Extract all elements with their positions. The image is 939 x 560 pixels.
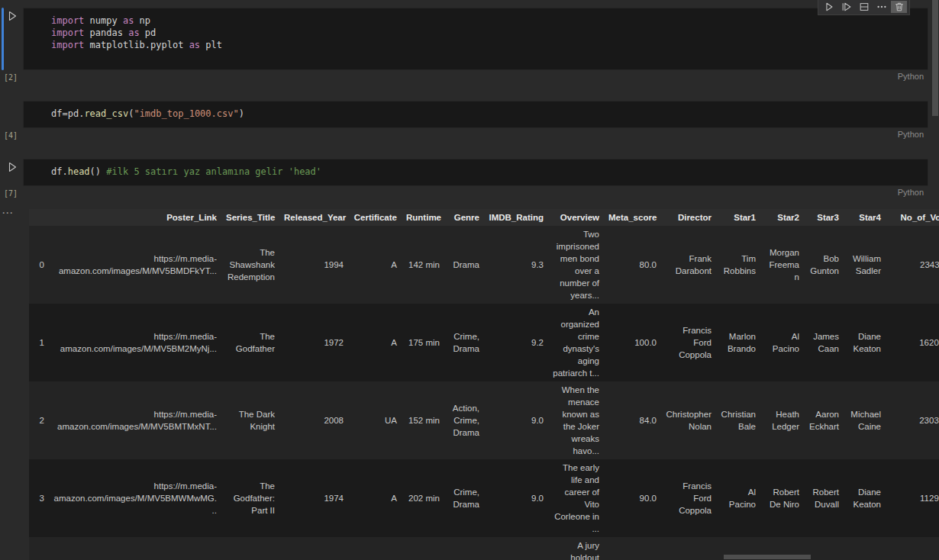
column-header: Certificate: [348, 209, 402, 226]
table-cell: 2008: [279, 381, 348, 459]
column-header: Series_Title: [221, 209, 279, 226]
table-cell: Al Pacino: [760, 304, 804, 381]
notebook-cell: [7]df.head() #ilk 5 satırı yaz anlamına …: [0, 159, 928, 198]
table-cell: Crime, Drama: [444, 304, 484, 381]
cell-status-bar: Python: [23, 70, 928, 82]
horizontal-scrollbar-thumb[interactable]: [724, 555, 811, 559]
table-cell: 2: [29, 381, 49, 459]
column-header: Genre: [444, 209, 484, 226]
table-cell: Christian Bale: [716, 381, 760, 459]
table-cell: William Sadler: [844, 226, 886, 304]
cell-gutter: [7]: [0, 159, 23, 198]
table-cell: Diane Keaton: [844, 304, 886, 381]
column-header: IMDB_Rating: [484, 209, 548, 226]
run-below-icon[interactable]: [838, 1, 854, 13]
cell-status-bar: Python: [23, 186, 928, 198]
code-line: import numpy as np: [51, 14, 921, 27]
table-cell: Al Pacino: [716, 459, 760, 537]
dataframe-table: Poster_LinkSeries_TitleReleased_YearCert…: [29, 209, 939, 560]
cell-gutter: [2]: [0, 8, 23, 82]
table-cell: A: [348, 226, 402, 304]
column-header: Runtime: [402, 209, 444, 226]
table-cell: 9.2: [484, 304, 548, 381]
language-picker[interactable]: Python: [898, 130, 924, 139]
code-line: df.head() #ilk 5 satırı yaz anlamına gel…: [51, 166, 921, 178]
code-line: df=pd.read_csv("imdb_top_1000.csv"): [51, 108, 921, 120]
table-cell: UA: [348, 381, 402, 459]
vertical-scrollbar-thumb[interactable]: [932, 0, 938, 116]
table-cell: The Godfather: Part II: [221, 459, 279, 537]
table-cell: Crime, Drama: [444, 459, 484, 537]
table-cell: The Shawshank Redemption: [221, 226, 279, 304]
horizontal-scrollbar[interactable]: [0, 554, 939, 560]
table-cell: Bob Gunton: [804, 226, 844, 304]
table-cell: Aaron Eckhart: [804, 381, 844, 459]
table-cell: 1974: [279, 459, 348, 537]
code-editor[interactable]: import numpy as npimport pandas as pdimp…: [23, 8, 928, 70]
table-cell: 1: [29, 304, 49, 381]
cell-status-bar: Python: [23, 128, 928, 140]
execution-count: [7]: [4, 189, 18, 198]
column-header: Director: [661, 209, 716, 226]
table-cell: 100.0: [604, 304, 661, 381]
table-cell: Morgan Freeman: [760, 226, 804, 304]
split-cell-icon[interactable]: [856, 1, 872, 13]
code-editor[interactable]: df=pd.read_csv("imdb_top_1000.csv"): [23, 101, 928, 128]
table-cell: 1994: [279, 226, 348, 304]
table-cell: Christopher Nolan: [661, 381, 716, 459]
table-cell: 9.0: [484, 381, 548, 459]
table-cell: 3: [29, 459, 49, 537]
table-cell: Francis Ford Coppola: [661, 459, 716, 537]
table-cell: Frank Darabont: [661, 226, 716, 304]
table-cell: 1972: [279, 304, 348, 381]
code-editor[interactable]: df.head() #ilk 5 satırı yaz anlamına gel…: [23, 159, 928, 186]
run-cell-button[interactable]: [5, 10, 19, 24]
table-cell: 9.0: [484, 459, 548, 537]
vertical-scrollbar[interactable]: [931, 0, 939, 560]
delete-cell-icon[interactable]: [891, 1, 907, 13]
code-line: import matplotlib.pyplot as plt: [51, 39, 921, 51]
table-cell: The Dark Knight: [221, 381, 279, 459]
notebook-cell-list: [2]import numpy as npimport pandas as pd…: [0, 0, 939, 198]
table-row: 1https://m.media-amazon.com/images/M/MV5…: [29, 304, 939, 381]
table-cell: Heath Ledger: [760, 381, 804, 459]
run-cell-icon[interactable]: [821, 1, 837, 13]
table-cell: 90.0: [604, 459, 661, 537]
column-header: Star3: [804, 209, 844, 226]
table-cell: https://m.media-amazon.com/images/M/MV5B…: [49, 304, 221, 381]
table-cell: 175 min: [402, 304, 444, 381]
table-cell: Drama: [444, 226, 484, 304]
table-cell: https://m.media-amazon.com/images/M/MV5B…: [49, 459, 221, 537]
table-cell: 84.0: [604, 381, 661, 459]
table-cell: 152 min: [402, 381, 444, 459]
table-cell: Robert Duvall: [804, 459, 844, 537]
table-cell: 9.3: [484, 226, 548, 304]
table-cell: 80.0: [604, 226, 661, 304]
cell-toolbar: [818, 0, 910, 15]
table-cell: The early life and career of Vito Corleo…: [548, 459, 604, 537]
column-header: Star1: [716, 209, 760, 226]
table-row: 3https://m.media-amazon.com/images/M/MV5…: [29, 459, 939, 537]
language-picker[interactable]: Python: [898, 72, 924, 81]
execution-count: [2]: [4, 73, 18, 82]
column-header: Poster_Link: [49, 209, 221, 226]
table-cell: Robert De Niro: [760, 459, 804, 537]
table-row: 0https://m.media-amazon.com/images/M/MV5…: [29, 226, 939, 304]
column-header: Overview: [548, 209, 604, 226]
more-actions-icon[interactable]: [873, 1, 889, 13]
table-cell: Action, Crime, Drama: [444, 381, 484, 459]
table-cell: 202 min: [402, 459, 444, 537]
table-cell: Tim Robbins: [716, 226, 760, 304]
language-picker[interactable]: Python: [898, 188, 924, 197]
table-cell: Marlon Brando: [716, 304, 760, 381]
table-cell: Francis Ford Coppola: [661, 304, 716, 381]
table-cell: James Caan: [804, 304, 844, 381]
output-more-button[interactable]: ⋯: [2, 206, 14, 220]
notebook-cell: [4]df=pd.read_csv("imdb_top_1000.csv")Py…: [0, 101, 928, 140]
table-cell: Two imprisoned men bond over a number of…: [548, 226, 604, 304]
execution-count: [4]: [4, 131, 18, 140]
table-row: 2https://m.media-amazon.com/images/M/MV5…: [29, 381, 939, 459]
column-header: Meta_score: [604, 209, 661, 226]
cell-output-area: ⋯ Poster_LinkSeries_TitleReleased_YearCe…: [0, 209, 939, 560]
run-cell-button[interactable]: [5, 161, 19, 175]
